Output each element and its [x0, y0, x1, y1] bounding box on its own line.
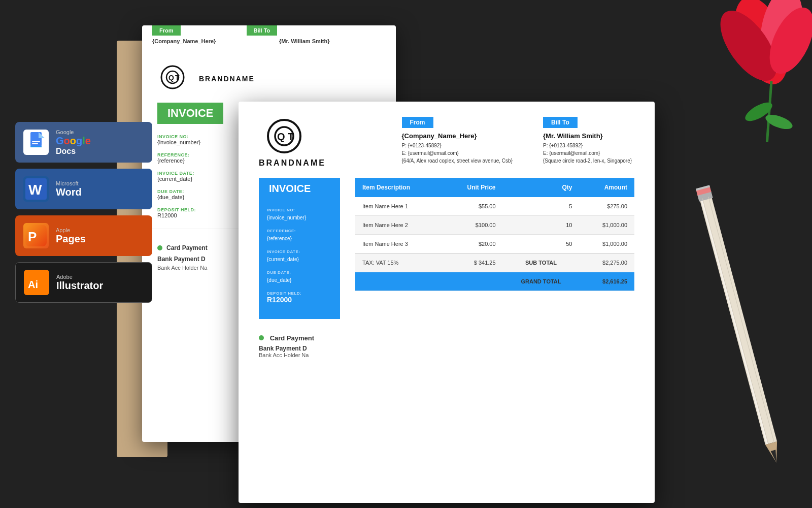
- pages-badge[interactable]: P Apple Pages: [15, 215, 152, 256]
- google-docs-product: Docs: [56, 147, 91, 156]
- google-docs-badge[interactable]: Google Google Docs: [15, 122, 152, 163]
- item-desc-2: Item Name Here 3: [355, 235, 443, 253]
- svg-rect-19: [32, 143, 38, 144]
- table-row: Item Name Here 2 $100.00 10 $1,000.00: [355, 216, 634, 235]
- invoice-sidebar: INVOICE INVOICE NO: {invoice_number} REF…: [259, 178, 340, 319]
- illustrator-icon: Ai: [24, 270, 49, 295]
- item-qty-1: 10: [503, 216, 580, 235]
- col-header-desc: Item Description: [355, 178, 443, 197]
- sidebar-label-1: REFERENCE:: [267, 229, 332, 233]
- item-amount-0: $275.00: [579, 197, 634, 216]
- bg-payment-card: Card Payment: [166, 244, 208, 251]
- svg-text:P: P: [28, 229, 37, 244]
- fg-brand-name: BRANDNAME: [259, 158, 326, 168]
- tax-value: $ 341.25: [443, 253, 502, 272]
- sidebar-label-3: DUE DATE:: [267, 270, 332, 275]
- billto-badge: Bill To: [543, 117, 578, 128]
- invoice-main-table: Item Description Unit Price Qty Amount I…: [355, 178, 634, 319]
- item-desc-0: Item Name Here 1: [355, 197, 443, 216]
- table-row: Item Name Here 3 $20.00 50 $1,000.00: [355, 235, 634, 253]
- sidebar-field-1: REFERENCE: {reference}: [267, 229, 332, 242]
- illustrator-text: Adobe Illustrator: [56, 274, 103, 292]
- word-subtitle: Microsoft: [56, 180, 82, 186]
- item-amount-1: $1,000.00: [579, 216, 634, 235]
- tax-row: TAX: VAT 15% $ 341.25 SUB TOTAL $2,275.0…: [355, 253, 634, 272]
- tulip-decoration: [670, 0, 812, 142]
- word-name: Word: [56, 186, 82, 198]
- bg-logo-svg: Q T: [157, 65, 193, 92]
- subtotal-value: $2,275.00: [579, 253, 634, 272]
- sidebar-field-0: INVOICE NO: {invoice_number}: [267, 208, 332, 221]
- col-header-price: Unit Price: [443, 178, 502, 197]
- bg-from-badge: From: [152, 25, 181, 36]
- billto-name: {Mr. William Smith}: [543, 132, 634, 140]
- word-icon: W: [23, 176, 49, 202]
- from-phone: P: {+0123-45892}: [402, 142, 513, 149]
- pages-subtitle: Apple: [56, 227, 86, 233]
- bg-invoice-label: INVOICE: [157, 103, 223, 124]
- fg-logo-svg: Q T: [259, 117, 320, 163]
- fg-payment-section: Card Payment Bank Payment D Bank Acc Hol…: [239, 334, 655, 373]
- item-qty-0: 5: [503, 197, 580, 216]
- sidebar-field-2: INVOICE DATE: {current_date}: [267, 249, 332, 263]
- from-badge: From: [402, 117, 433, 128]
- pages-name: Pages: [56, 233, 86, 245]
- bg-brand-name: BRANDNAME: [199, 75, 255, 83]
- app-badges-sidebar: Google Google Docs W Microsoft Word: [15, 122, 152, 303]
- subtotal-label: SUB TOTAL: [503, 253, 580, 272]
- svg-text:T: T: [288, 131, 294, 142]
- word-text: Microsoft Word: [56, 180, 82, 198]
- billto-address: {Square circle road-2, len-x, Singapore}: [543, 157, 634, 165]
- sidebar-value-1: {reference}: [267, 236, 292, 241]
- sidebar-label-0: INVOICE NO:: [267, 208, 332, 212]
- item-desc-1: Item Name Here 2: [355, 216, 443, 235]
- word-badge[interactable]: W Microsoft Word: [15, 169, 152, 209]
- google-docs-name: Google: [56, 135, 91, 147]
- bg-from-company: {Company_Name_Here}: [152, 38, 259, 44]
- sidebar-field-3: DUE DATE: {due_date}: [267, 270, 332, 284]
- from-billto-section: From {Company_Name_Here} P: {+0123-45892…: [402, 117, 634, 165]
- fg-payment-bank: Bank Payment D: [259, 345, 634, 352]
- pages-text: Apple Pages: [56, 227, 86, 245]
- grand-total-label: GRAND TOTAL: [503, 272, 580, 291]
- from-address: {64/A, Alex road coplex, street view ave…: [402, 157, 513, 165]
- svg-text:Q: Q: [168, 74, 174, 82]
- sidebar-value-2: {current_date}: [267, 257, 299, 262]
- svg-text:T: T: [175, 74, 180, 82]
- tax-label: TAX: VAT 15%: [355, 253, 443, 272]
- col-header-amount: Amount: [579, 178, 634, 197]
- grand-total-row: GRAND TOTAL $2,616.25: [355, 272, 634, 291]
- billto-email: E: {usermail@email.com}: [543, 149, 634, 157]
- billto-block: Bill To {Mr. William Smith} P: {+0123-45…: [543, 117, 634, 165]
- item-amount-2: $1,000.00: [579, 235, 634, 253]
- item-qty-2: 50: [503, 235, 580, 253]
- sidebar-label-2: INVOICE DATE:: [267, 249, 332, 254]
- from-block: From {Company_Name_Here} P: {+0123-45892…: [402, 117, 513, 165]
- svg-text:Q: Q: [277, 131, 285, 142]
- sidebar-label-4: DEPOSIT HELD:: [267, 291, 332, 296]
- illustrator-subtitle: Adobe: [56, 274, 103, 280]
- svg-marker-29: [771, 450, 779, 463]
- items-table: Item Description Unit Price Qty Amount I…: [355, 178, 634, 291]
- col-header-qty: Qty: [503, 178, 580, 197]
- sidebar-value-3: {due_date}: [267, 277, 291, 283]
- item-price-1: $100.00: [443, 216, 502, 235]
- sidebar-field-4: DEPOSIT HELD: R12000: [267, 291, 332, 304]
- sidebar-value-0: {invoice_number}: [267, 215, 306, 220]
- sidebar-value-4: R12000: [267, 296, 332, 304]
- item-price-2: $20.00: [443, 235, 502, 253]
- svg-text:W: W: [28, 182, 42, 198]
- svg-text:Ai: Ai: [28, 279, 38, 290]
- fg-bank-acc: Bank Acc Holder Na: [259, 352, 634, 358]
- bg-billto-name: {Mr. William Smith}: [279, 38, 386, 44]
- foreground-invoice: Q T BRANDNAME From {Company_Name_Here} P…: [239, 102, 655, 503]
- google-docs-text: Google Google Docs: [56, 129, 91, 156]
- fg-invoice-label: INVOICE: [259, 178, 340, 200]
- bg-billto-badge: Bill To: [247, 25, 278, 36]
- item-price-0: $55.00: [443, 197, 502, 216]
- fg-brand-logo: Q T BRANDNAME: [259, 117, 326, 168]
- illustrator-badge[interactable]: Ai Adobe Illustrator: [15, 262, 152, 303]
- payment-dot: [259, 335, 264, 340]
- svg-rect-18: [32, 141, 40, 142]
- pages-icon: P: [23, 223, 49, 248]
